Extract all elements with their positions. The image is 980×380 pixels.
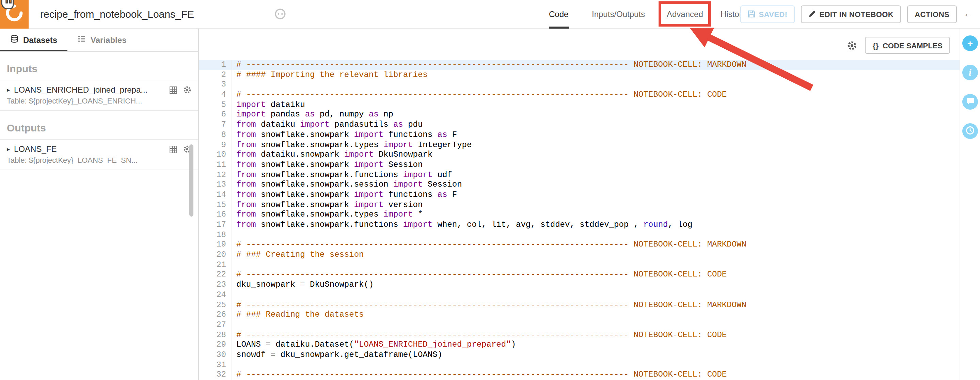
code-line[interactable]: 31 [199, 360, 959, 370]
input-dataset-card[interactable]: ▸ LOANS_ENRICHED_joined_prepa... Table: … [0, 79, 198, 111]
dataiku-logo[interactable] [0, 0, 29, 28]
code-samples-button[interactable]: {} CODE SAMPLES [865, 37, 950, 54]
line-number: 7 [199, 120, 232, 130]
actions-button[interactable]: ACTIONS [907, 5, 957, 23]
code-line[interactable]: 24 [199, 290, 959, 300]
code-line[interactable]: 6import pandas as pd, numpy as np [199, 110, 959, 120]
left-sidebar: Datasets Variables Inputs ▸ LOANS_ENRICH… [0, 29, 199, 380]
line-number: 27 [199, 320, 232, 330]
line-number: 24 [199, 290, 232, 300]
top-bar: recipe_from_notebook_Loans_FE Code Input… [0, 0, 980, 29]
code-line[interactable]: 11from snowflake.snowpark import Session [199, 160, 959, 170]
line-number: 9 [199, 140, 232, 150]
database-icon [10, 35, 18, 45]
expand-caret-icon[interactable]: ▸ [7, 86, 10, 93]
page-title: recipe_from_notebook_Loans_FE [40, 8, 194, 20]
chat-icon [966, 96, 974, 107]
line-number: 17 [199, 220, 232, 230]
gear-icon[interactable] [183, 86, 191, 94]
line-number: 13 [199, 180, 232, 190]
code-line[interactable]: 12from snowflake.snowpark.functions impo… [199, 170, 959, 180]
inputs-heading: Inputs [0, 52, 198, 79]
output-dataset-card[interactable]: ▸ LOANS_FE Table: ${projectKey}_LOANS_FE… [0, 139, 198, 170]
code-line[interactable]: 17from snowflake.snowpark.functions impo… [199, 220, 959, 230]
line-number: 6 [199, 110, 232, 120]
dataset-table-name: Table: ${projectKey}_LOANS_ENRICH... [7, 97, 191, 105]
tab-variables[interactable]: Variables [67, 29, 137, 51]
code-line[interactable]: 13from snowflake.snowpark.session import… [199, 180, 959, 190]
collapse-panel-arrow-icon[interactable]: ← [963, 7, 975, 21]
code-line[interactable]: 5import dataiku [199, 100, 959, 110]
line-number: 23 [199, 280, 232, 290]
code-line[interactable]: 29LOANS = dataiku.Dataset("LOANS_ENRICHE… [199, 340, 959, 350]
line-number: 28 [199, 330, 232, 340]
line-number: 20 [199, 250, 232, 260]
code-line[interactable]: 18 [199, 230, 959, 240]
code-line[interactable]: 22# ------------------------------------… [199, 270, 959, 280]
line-number: 15 [199, 200, 232, 210]
code-editor[interactable]: 1# -------------------------------------… [199, 60, 959, 380]
outputs-heading: Outputs [0, 111, 198, 139]
line-number: 31 [199, 360, 232, 370]
plus-icon: + [967, 38, 973, 49]
code-line[interactable]: 4# -------------------------------------… [199, 90, 959, 100]
code-line[interactable]: 9from snowflake.snowpark.types import In… [199, 140, 959, 150]
code-line[interactable]: 15from snowflake.snowpark import version [199, 200, 959, 210]
code-line[interactable]: 28# ------------------------------------… [199, 330, 959, 340]
code-line[interactable]: 23dku_snowpark = DkuSnowpark() [199, 280, 959, 290]
right-panel-strip: + i [959, 29, 980, 380]
line-number: 2 [199, 70, 232, 79]
code-line[interactable]: 25# ------------------------------------… [199, 300, 959, 310]
saved-button[interactable]: SAVED! [740, 5, 795, 23]
info-icon: i [969, 68, 972, 77]
dataset-name: LOANS_FE [14, 145, 170, 154]
line-number: 16 [199, 210, 232, 220]
discussions-button[interactable] [962, 94, 978, 110]
code-line[interactable]: 21 [199, 260, 959, 270]
sidebar-scrollbar[interactable] [189, 145, 193, 216]
table-grid-icon[interactable] [170, 86, 177, 94]
history-button[interactable] [962, 123, 978, 139]
tab-inputs-outputs[interactable]: Inputs/Outputs [592, 0, 645, 29]
code-line[interactable]: 14from snowflake.snowpark import functio… [199, 190, 959, 200]
expand-caret-icon[interactable]: ▸ [7, 146, 10, 153]
line-number: 1 [199, 60, 232, 70]
line-number: 22 [199, 270, 232, 280]
code-line[interactable]: 2# #### Importing the relevant libraries [199, 70, 959, 79]
code-line[interactable]: 32# ------------------------------------… [199, 370, 959, 380]
pencil-icon [808, 10, 816, 19]
tab-datasets[interactable]: Datasets [0, 29, 67, 51]
edit-in-notebook-button[interactable]: EDIT IN NOTEBOOK [801, 5, 901, 23]
line-number: 26 [199, 310, 232, 320]
dataiku-swirl-icon [5, 4, 23, 24]
line-number: 25 [199, 300, 232, 310]
table-grid-icon[interactable] [170, 145, 177, 153]
line-number: 4 [199, 90, 232, 100]
add-button[interactable]: + [962, 35, 978, 51]
line-number: 11 [199, 160, 232, 170]
line-number: 5 [199, 100, 232, 110]
code-line[interactable]: 10from dataiku.snowpark import DkuSnowpa… [199, 150, 959, 160]
code-line[interactable]: 7from dataiku import pandasutils as pdu [199, 120, 959, 130]
code-line[interactable]: 16from snowflake.snowpark.types import * [199, 210, 959, 220]
header-buttons: SAVED! EDIT IN NOTEBOOK ACTIONS [740, 5, 957, 23]
line-number: 10 [199, 150, 232, 160]
code-line[interactable]: 1# -------------------------------------… [199, 60, 959, 70]
tab-code[interactable]: Code [549, 0, 568, 29]
line-number: 19 [199, 240, 232, 250]
engine-icon[interactable] [274, 8, 286, 20]
code-line[interactable]: 26# ### Reading the datasets [199, 310, 959, 320]
code-line[interactable]: 19# ------------------------------------… [199, 240, 959, 250]
line-number: 14 [199, 190, 232, 200]
line-number: 3 [199, 80, 232, 90]
code-line[interactable]: 20# ### Creating the session [199, 250, 959, 260]
editor-settings-gear-icon[interactable] [848, 41, 857, 50]
info-button[interactable]: i [962, 65, 978, 80]
code-panel: {} CODE SAMPLES 1# ---------------------… [199, 29, 959, 380]
tab-advanced[interactable]: Advanced [667, 0, 703, 29]
braces-icon: {} [873, 41, 878, 49]
code-line[interactable]: 30snowdf = dku_snowpark.get_dataframe(LO… [199, 350, 959, 360]
code-line[interactable]: 3 [199, 80, 959, 90]
code-line[interactable]: 27 [199, 320, 959, 330]
code-line[interactable]: 8from snowflake.snowpark import function… [199, 130, 959, 140]
